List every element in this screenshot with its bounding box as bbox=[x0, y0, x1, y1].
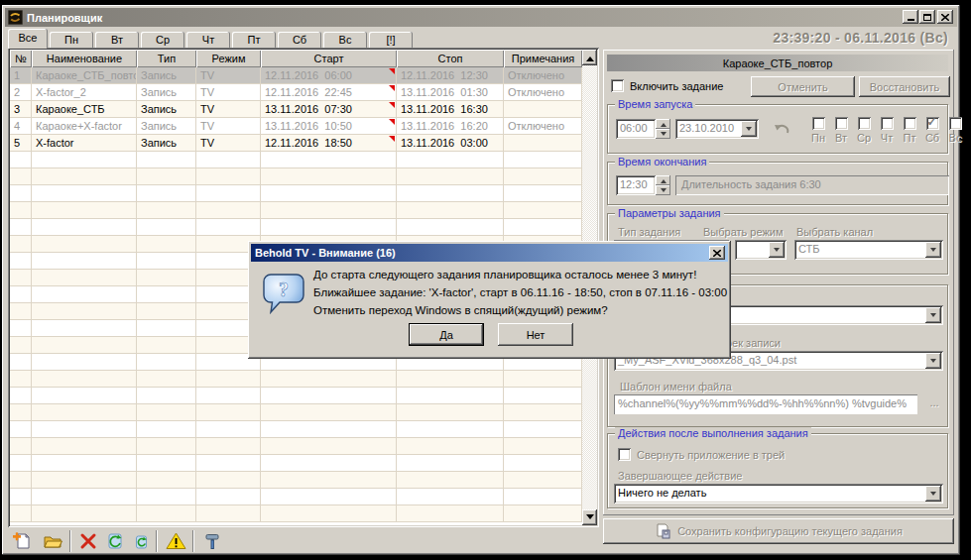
close-button[interactable] bbox=[937, 10, 953, 24]
window-titlebar[interactable]: Планировщик bbox=[5, 8, 957, 27]
task-type-label: Тип задания bbox=[618, 226, 680, 238]
tab-Пт[interactable]: Пт bbox=[232, 32, 276, 49]
cell-num bbox=[10, 337, 32, 354]
spin-down-icon[interactable] bbox=[656, 185, 670, 195]
cell-num bbox=[10, 354, 32, 371]
scroll-up-button[interactable] bbox=[582, 50, 597, 65]
start-time-spinner[interactable]: 06:00 bbox=[616, 119, 670, 139]
weekday-checkbox-Вс[interactable] bbox=[949, 117, 962, 130]
dropdown-icon[interactable] bbox=[925, 486, 941, 502]
table-row[interactable]: 2X-factor_2ЗаписьTV12.11.2016 22:4513.11… bbox=[10, 84, 582, 101]
cell-name bbox=[32, 286, 137, 303]
mode-combo[interactable] bbox=[735, 240, 787, 260]
column-header[interactable]: Стоп bbox=[397, 50, 504, 67]
minimize-to-tray-checkbox[interactable] bbox=[618, 448, 631, 461]
column-header[interactable]: Наименование bbox=[32, 50, 137, 67]
spin-up-icon[interactable] bbox=[656, 119, 670, 129]
dialog-titlebar[interactable]: Behold TV - Внимание (16) bbox=[251, 244, 728, 262]
channel-combo[interactable]: СТБ bbox=[794, 240, 943, 260]
minimize-button[interactable] bbox=[903, 10, 918, 24]
recycle-icon[interactable] bbox=[133, 532, 150, 551]
cell-type bbox=[137, 438, 196, 455]
open-folder-icon[interactable] bbox=[43, 531, 63, 551]
spin-up-icon[interactable] bbox=[656, 175, 670, 185]
tab-Пн[interactable]: Пн bbox=[50, 32, 93, 49]
maximize-button[interactable] bbox=[919, 10, 935, 24]
dialog-close-button[interactable] bbox=[709, 246, 725, 260]
dropdown-icon[interactable] bbox=[741, 121, 757, 137]
column-header[interactable]: Тип bbox=[137, 50, 196, 67]
cell-type bbox=[137, 371, 196, 388]
scroll-down-button[interactable] bbox=[582, 509, 597, 525]
warning-icon[interactable] bbox=[166, 531, 186, 551]
tab-Все[interactable]: Все bbox=[8, 29, 48, 49]
no-button[interactable]: Нет bbox=[498, 323, 573, 346]
final-action-combo[interactable]: Ничего не делать bbox=[614, 484, 943, 504]
end-time-spinner[interactable]: 12:30 bbox=[616, 175, 670, 195]
weekday-checkbox-Сб[interactable]: ✓ bbox=[926, 117, 939, 130]
alert-corner-marker bbox=[389, 102, 395, 108]
table-row[interactable]: 3Караоке_СТБЗаписьTV13.11.2016 07:3013.1… bbox=[10, 101, 582, 118]
browse-button[interactable]: ... bbox=[923, 394, 945, 414]
cell-type bbox=[137, 168, 196, 185]
spin-down-icon[interactable] bbox=[656, 129, 670, 139]
cell-mode bbox=[196, 489, 261, 505]
enable-task-checkbox[interactable] bbox=[611, 79, 624, 92]
cell-start: 12.11.2016 18:50 bbox=[261, 135, 397, 152]
table-row-empty bbox=[10, 438, 582, 455]
cell-num bbox=[10, 202, 32, 219]
cell-name bbox=[32, 455, 137, 472]
table-row-empty bbox=[10, 152, 582, 168]
tab-[!][interactable]: [!] bbox=[369, 32, 413, 49]
dropdown-icon[interactable] bbox=[925, 353, 941, 369]
cancel-button[interactable]: Отменить bbox=[751, 76, 855, 97]
cell-type: Запись bbox=[137, 84, 196, 101]
cell-type bbox=[137, 303, 196, 320]
cell-name bbox=[32, 168, 137, 185]
tools-icon[interactable] bbox=[202, 531, 222, 551]
alert-corner-marker bbox=[389, 136, 395, 142]
yes-button[interactable]: Да bbox=[409, 323, 484, 346]
cell-name bbox=[32, 489, 137, 505]
window-title: Планировщик bbox=[27, 12, 102, 24]
cell-start: 12.11.2016 22:45 bbox=[261, 84, 397, 101]
cell-num bbox=[10, 253, 32, 270]
tab-Ср[interactable]: Ср bbox=[141, 32, 184, 49]
undo-icon[interactable] bbox=[773, 122, 790, 136]
weekday-checkbox-Чт[interactable] bbox=[881, 117, 894, 130]
dropdown-icon[interactable] bbox=[769, 242, 785, 258]
cell-stop: 13.11.2016 16:30 bbox=[397, 101, 504, 118]
dropdown-icon[interactable] bbox=[925, 242, 941, 258]
weekday-checkbox-Ср[interactable] bbox=[858, 117, 871, 130]
cell-type bbox=[137, 354, 196, 371]
cell-type bbox=[137, 286, 196, 303]
tab-Вс[interactable]: Вс bbox=[323, 32, 367, 49]
delete-icon[interactable] bbox=[79, 532, 97, 550]
save-config-button[interactable]: Сохранить конфигурацию текущего задания bbox=[603, 518, 954, 544]
column-header[interactable]: Режим bbox=[196, 50, 261, 67]
column-header[interactable]: Старт bbox=[261, 50, 397, 67]
column-header[interactable]: № bbox=[10, 50, 32, 67]
minimize-icon bbox=[908, 19, 914, 21]
column-header[interactable]: Примечания bbox=[504, 50, 582, 67]
cell-mode bbox=[196, 152, 261, 168]
filename-template-field[interactable]: %channel%(%yy%%mm%%dd%-%hh%%nn%) %tvguid… bbox=[614, 394, 917, 414]
recycle-restore-icon[interactable] bbox=[105, 531, 125, 551]
start-date-combo[interactable]: 23.10.2010 bbox=[675, 119, 759, 139]
table-row-empty bbox=[10, 505, 582, 522]
tab-Чт[interactable]: Чт bbox=[186, 32, 230, 49]
table-row[interactable]: 1Караоке_СТБ_повторЗаписьTV12.11.2016 06… bbox=[10, 67, 582, 84]
new-task-icon[interactable] bbox=[12, 531, 32, 551]
dialog-message-line3: Отменить переход Windows в спящий(ждущий… bbox=[313, 304, 608, 316]
cell-name: Караоке_СТБ bbox=[32, 101, 137, 118]
table-row[interactable]: 5X-factorЗаписьTV12.11.2016 18:5013.11.2… bbox=[10, 135, 582, 152]
restore-button[interactable]: Восстановить bbox=[859, 76, 950, 97]
tab-Вт[interactable]: Вт bbox=[95, 32, 139, 49]
weekday-checkbox-Пт[interactable] bbox=[904, 117, 916, 130]
warning-dialog: Behold TV - Внимание (16) ? До старта сл… bbox=[248, 241, 731, 359]
weekday-checkbox-Вт[interactable] bbox=[835, 117, 848, 130]
weekday-checkbox-Пн[interactable] bbox=[812, 117, 825, 130]
dropdown-icon[interactable] bbox=[925, 307, 941, 323]
tab-Сб[interactable]: Сб bbox=[278, 32, 321, 49]
table-row[interactable]: 4Караоке+X-factorЗаписьTV13.11.2016 10:5… bbox=[10, 118, 582, 135]
